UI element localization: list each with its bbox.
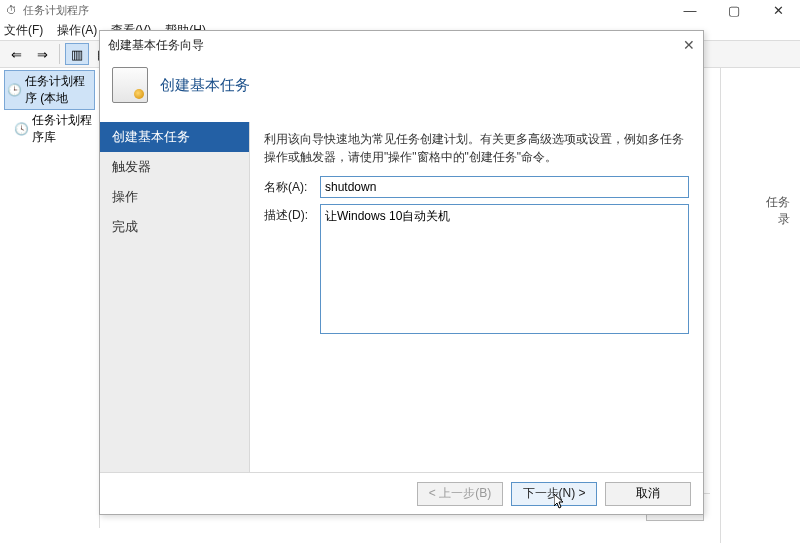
tree-child-label: 任务计划程序库	[32, 112, 93, 146]
tree-child[interactable]: 🕓 任务计划程序库	[4, 110, 95, 148]
left-tree: 🕒 任务计划程序 (本地 🕓 任务计划程序库	[0, 68, 100, 528]
step-finish[interactable]: 完成	[100, 212, 249, 242]
wizard-window-title: 创建基本任务向导	[108, 37, 204, 54]
wizard-footer: < 上一步(B) 下一步(N) > 取消	[100, 472, 703, 514]
right-text-2: 录	[727, 211, 790, 228]
step-create[interactable]: 创建基本任务	[100, 122, 249, 152]
wizard-header-title: 创建基本任务	[160, 76, 250, 95]
desc-row: 描述(D):	[264, 204, 689, 337]
task-icon	[112, 67, 148, 103]
name-row: 名称(A):	[264, 176, 689, 198]
desc-label: 描述(D):	[264, 204, 320, 224]
minimize-button[interactable]: —	[668, 0, 712, 20]
toolbar-separator	[59, 44, 60, 64]
wizard-body: 创建基本任务 触发器 操作 完成 利用该向导快速地为常见任务创建计划。有关更多高…	[100, 121, 703, 472]
toolbar-forward-icon[interactable]: ⇒	[30, 43, 54, 65]
wizard-header: 创建基本任务	[100, 59, 703, 121]
right-text-1: 任务	[727, 194, 790, 211]
maximize-button[interactable]: ▢	[712, 0, 756, 20]
right-panel: 任务 录	[720, 68, 800, 543]
app-title: 任务计划程序	[23, 3, 89, 18]
folder-icon: 🕓	[14, 122, 28, 136]
step-action[interactable]: 操作	[100, 182, 249, 212]
close-icon[interactable]: ✕	[683, 37, 695, 53]
app-icon: ⏱	[6, 4, 17, 16]
window-controls: — ▢ ✕	[668, 0, 800, 20]
wizard-dialog: 创建基本任务向导 ✕ 创建基本任务 创建基本任务 触发器 操作 完成 利用该向导…	[99, 30, 704, 515]
menu-action[interactable]: 操作(A)	[57, 22, 97, 39]
wizard-main: 利用该向导快速地为常见任务创建计划。有关更多高级选项或设置，例如多任务操作或触发…	[250, 122, 703, 472]
name-input[interactable]	[320, 176, 689, 198]
wizard-steps: 创建基本任务 触发器 操作 完成	[100, 122, 250, 472]
close-button[interactable]: ✕	[756, 0, 800, 20]
cancel-button[interactable]: 取消	[605, 482, 691, 506]
clock-icon: 🕒	[7, 83, 21, 97]
toolbar-back-icon[interactable]: ⇐	[4, 43, 28, 65]
next-button[interactable]: 下一步(N) >	[511, 482, 597, 506]
step-trigger[interactable]: 触发器	[100, 152, 249, 182]
tree-root[interactable]: 🕒 任务计划程序 (本地	[4, 70, 95, 110]
menu-file[interactable]: 文件(F)	[4, 22, 43, 39]
tree-root-label: 任务计划程序 (本地	[25, 73, 92, 107]
desc-textarea[interactable]	[320, 204, 689, 334]
toolbar-view1-icon[interactable]: ▥	[65, 43, 89, 65]
wizard-titlebar[interactable]: 创建基本任务向导 ✕	[100, 31, 703, 59]
name-label: 名称(A):	[264, 176, 320, 196]
next-button-label: 下一步(N) >	[523, 485, 586, 502]
back-button: < 上一步(B)	[417, 482, 503, 506]
bg-titlebar: ⏱ 任务计划程序 — ▢ ✕	[0, 0, 800, 20]
wizard-instruction: 利用该向导快速地为常见任务创建计划。有关更多高级选项或设置，例如多任务操作或触发…	[264, 130, 689, 166]
